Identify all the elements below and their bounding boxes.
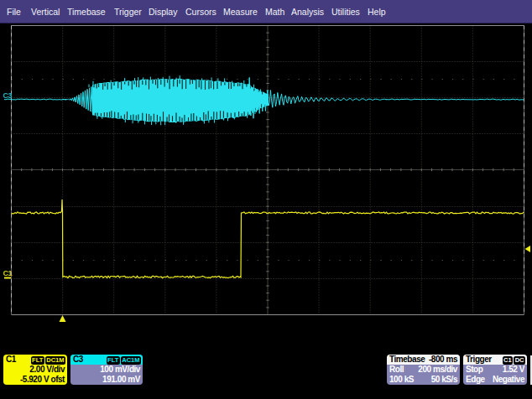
svg-text:C1: C1 — [3, 269, 13, 277]
svg-text:C3: C3 — [3, 91, 13, 100]
